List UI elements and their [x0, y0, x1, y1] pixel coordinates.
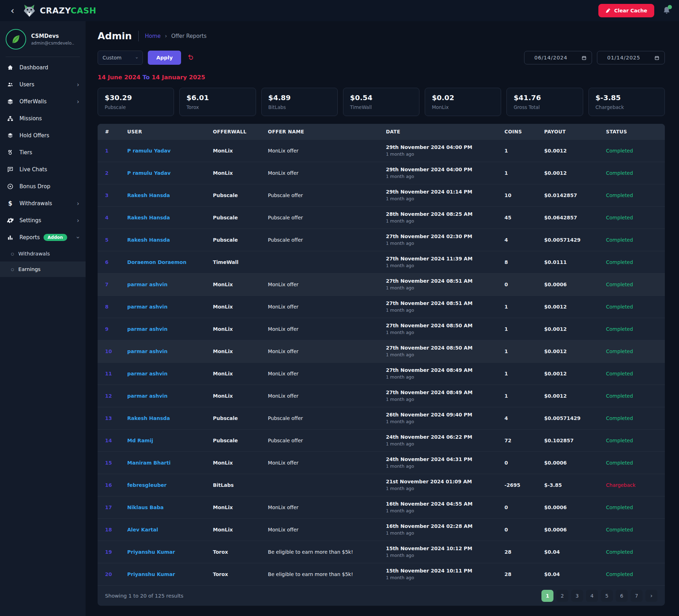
- gear-icon: [6, 217, 14, 224]
- date-cell: 26th November 2024 09:40 PM1 month ago: [382, 407, 501, 429]
- user-link[interactable]: parmar ashvin: [124, 295, 209, 318]
- user-link[interactable]: Rakesh Hansda: [124, 407, 209, 429]
- table-row: 3Rakesh HansdaPubscalePubscale offer29th…: [98, 184, 665, 206]
- table-footer: Showing 1 to 20 of 125 results 1234567›: [98, 585, 665, 606]
- sidebar-subitem-withdrawals[interactable]: ○Withdrawals: [0, 246, 86, 261]
- pagination-page-button-1[interactable]: 1: [541, 590, 553, 602]
- payout-value: $0.00571429: [541, 229, 603, 251]
- user-link[interactable]: parmar ashvin: [124, 340, 209, 362]
- pagination-page-button-7[interactable]: 7: [631, 590, 643, 602]
- chat-icon: [6, 166, 14, 173]
- payout-value: $0.0006: [541, 273, 603, 295]
- sidebar-item-settings[interactable]: Settings›: [0, 212, 86, 229]
- offerwall-name: Pubscale: [209, 407, 265, 429]
- offer-name: Be eligible to earn more than $5k!: [265, 541, 383, 563]
- user-link[interactable]: parmar ashvin: [124, 318, 209, 340]
- notification-badge: [668, 5, 672, 9]
- table-row: 10parmar ashvinMonLixMonLix offer27th No…: [98, 340, 665, 362]
- status-badge: Completed: [603, 429, 665, 451]
- breadcrumb-home-link[interactable]: Home: [145, 33, 161, 39]
- user-link[interactable]: Md Ramij: [124, 429, 209, 451]
- topbar: ‹ CRAZYCASH Clear Cache: [0, 0, 679, 21]
- offerwall-name: Pubscale: [209, 206, 265, 229]
- date-to-input[interactable]: 01/14/2025: [597, 51, 665, 64]
- notifications-bell-icon[interactable]: [662, 6, 671, 15]
- pagination-page-button-5[interactable]: 5: [601, 590, 613, 602]
- payout-value: $0.0012: [541, 139, 603, 162]
- broom-icon: [605, 8, 611, 13]
- breadcrumb: Home › Offer Reports: [145, 33, 207, 39]
- sidebar-item-hold-offers[interactable]: Hold Offers: [0, 127, 86, 144]
- user-link[interactable]: Priyanshu Kumar: [124, 541, 209, 563]
- pagination-page-button-4[interactable]: 4: [586, 590, 598, 602]
- status-badge: Completed: [603, 541, 665, 563]
- stat-label: Pubscale: [105, 104, 167, 110]
- sidebar-collapse-button[interactable]: ‹: [8, 6, 17, 15]
- table-row: 9parmar ashvinMonLixMonLix offer27th Nov…: [98, 318, 665, 340]
- user-link[interactable]: parmar ashvin: [124, 362, 209, 385]
- user-link[interactable]: P ramulu Yadav: [124, 139, 209, 162]
- avatar[interactable]: [6, 29, 26, 50]
- user-link[interactable]: parmar ashvin: [124, 385, 209, 407]
- row-number: 15: [98, 451, 124, 474]
- user-link[interactable]: Alev Kartal: [124, 518, 209, 541]
- pagination-page-button-3[interactable]: 3: [571, 590, 583, 602]
- pagination: 1234567›: [541, 590, 657, 602]
- status-badge: Completed: [603, 184, 665, 206]
- status-badge: Completed: [603, 206, 665, 229]
- user-link[interactable]: Rakesh Hansda: [124, 229, 209, 251]
- table-row: 8parmar ashvinMonLixMonLix offer27th Nov…: [98, 295, 665, 318]
- user-link[interactable]: Rakesh Hansda: [124, 206, 209, 229]
- sidebar-item-withdrawals[interactable]: $Withdrawals›: [0, 195, 86, 212]
- payout-value: $0.0006: [541, 518, 603, 541]
- row-number: 20: [98, 563, 124, 585]
- user-link[interactable]: Rakesh Hansda: [124, 184, 209, 206]
- user-link[interactable]: Niklaus Baba: [124, 496, 209, 518]
- leaf-icon: [10, 33, 22, 46]
- chevron-right-icon: ›: [77, 82, 79, 88]
- table-row: 1P ramulu YadavMonLixMonLix offer29th No…: [98, 139, 665, 162]
- date-cell: 28th November 2024 08:25 AM1 month ago: [382, 206, 501, 229]
- apply-button[interactable]: Apply: [148, 51, 181, 65]
- stat-value: $41.76: [513, 93, 576, 102]
- date-from-input[interactable]: 06/14/2024: [524, 51, 592, 64]
- user-link[interactable]: Doraemon Doraemon: [124, 251, 209, 273]
- date-cell: 15th November 2024 10:11 PM1 month ago: [382, 563, 501, 585]
- sidebar-item-live-chats[interactable]: Live Chats: [0, 161, 86, 178]
- offer-name: Pubscale offer: [265, 407, 383, 429]
- coins-value: 1: [501, 385, 540, 407]
- profile-email: admin@csmdevelo..: [31, 41, 74, 46]
- pagination-page-button-6[interactable]: 6: [616, 590, 628, 602]
- pagination-page-button-2[interactable]: 2: [556, 590, 568, 602]
- sidebar-subitem-earnings[interactable]: ○Earnings: [0, 261, 86, 277]
- sidebar-item-reports[interactable]: ReportsAddon›: [0, 229, 86, 246]
- sidebar-item-bonus-drop[interactable]: Bonus Drop: [0, 178, 86, 195]
- user-link[interactable]: Maniram Bharti: [124, 451, 209, 474]
- hold-icon: [6, 132, 14, 139]
- user-link[interactable]: P ramulu Yadav: [124, 162, 209, 184]
- pagination-next-button[interactable]: ›: [645, 590, 657, 602]
- status-badge: Completed: [603, 273, 665, 295]
- chevron-down-icon: ›: [134, 57, 140, 58]
- stat-label: Chargeback: [596, 104, 658, 110]
- payout-value: $0.0012: [541, 295, 603, 318]
- sidebar-item-dashboard[interactable]: Dashboard: [0, 59, 86, 76]
- date-cell: 27th November 2024 08:51 AM1 month ago: [382, 273, 501, 295]
- user-link[interactable]: febresgleuber: [124, 474, 209, 496]
- date-range-select[interactable]: Custom ›: [98, 51, 143, 65]
- table-row: 19Priyanshu KumarToroxBe eligible to ear…: [98, 541, 665, 563]
- clear-cache-button[interactable]: Clear Cache: [598, 4, 654, 17]
- reset-filter-button[interactable]: [187, 53, 195, 62]
- date-cell: 29th November 2024 04:00 PM1 month ago: [382, 162, 501, 184]
- sidebar-item-users[interactable]: Users›: [0, 76, 86, 93]
- brand-logo[interactable]: CRAZYCASH: [22, 3, 96, 18]
- user-link[interactable]: Priyanshu Kumar: [124, 563, 209, 585]
- table-row: 4Rakesh HansdaPubscalePubscale offer28th…: [98, 206, 665, 229]
- sidebar-item-offerwalls[interactable]: OfferWalls›: [0, 93, 86, 110]
- user-link[interactable]: parmar ashvin: [124, 273, 209, 295]
- sidebar-item-tiers[interactable]: Tiers: [0, 144, 86, 161]
- payout-value: $0.0111: [541, 251, 603, 273]
- date-cell: 24th November 2024 04:31 PM1 month ago: [382, 451, 501, 474]
- stat-label: BitLabs: [268, 104, 331, 110]
- sidebar-item-missions[interactable]: Missions: [0, 110, 86, 127]
